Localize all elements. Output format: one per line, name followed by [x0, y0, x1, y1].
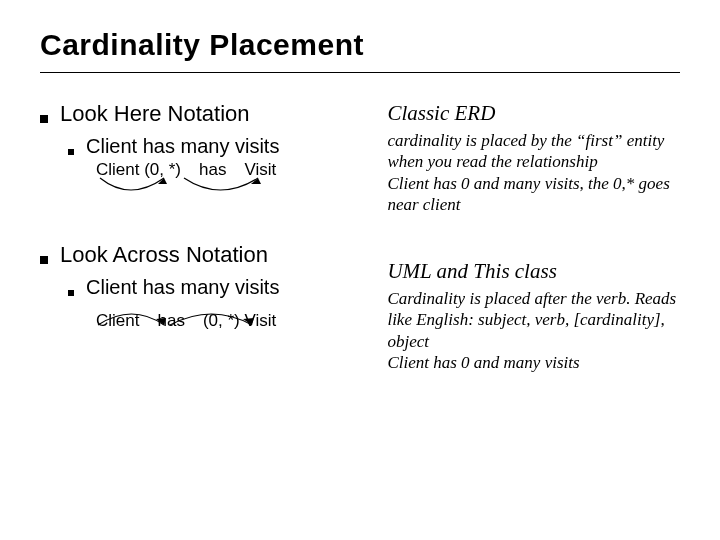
sub-look-across: Client has many visits [86, 276, 279, 299]
slide-title: Cardinality Placement [40, 28, 680, 73]
bullet-icon [68, 149, 74, 155]
diagram-look-here: Client (0, *) has Visit [96, 160, 363, 200]
bullet-icon [68, 290, 74, 296]
bullet-lvl2: Client has many visits [68, 276, 363, 299]
bullet-lvl2: Client has many visits [68, 135, 363, 158]
diagram-look-across: Client has (0, *) Visit [96, 311, 363, 351]
bullet-icon [40, 115, 48, 123]
content-columns: Look Here Notation Client has many visit… [40, 101, 680, 373]
right-sec1: Classic ERD cardinality is placed by the… [387, 101, 680, 215]
diagram-arcs [96, 329, 363, 351]
heading-look-across: Look Across Notation [60, 242, 268, 268]
bullet-lvl1: Look Here Notation [40, 101, 363, 127]
right-sec2: UML and This class Cardinality is placed… [387, 259, 680, 373]
section-look-here: Look Here Notation Client has many visit… [40, 101, 363, 200]
diagram-arcs [96, 178, 363, 200]
heading-look-here: Look Here Notation [60, 101, 250, 127]
bullet-lvl1: Look Across Notation [40, 242, 363, 268]
right-body-1: cardinality is placed by the “first” ent… [387, 130, 680, 215]
right-body-2: Cardinality is placed after the verb. Re… [387, 288, 680, 373]
sub-look-here: Client has many visits [86, 135, 279, 158]
arc-svg [90, 174, 320, 200]
right-heading-1: Classic ERD [387, 101, 680, 126]
left-column: Look Here Notation Client has many visit… [40, 101, 363, 373]
section-look-across: Look Across Notation Client has many vis… [40, 242, 363, 351]
right-column: Classic ERD cardinality is placed by the… [387, 101, 680, 373]
right-heading-2: UML and This class [387, 259, 680, 284]
arc-svg [92, 301, 342, 327]
bullet-icon [40, 256, 48, 264]
